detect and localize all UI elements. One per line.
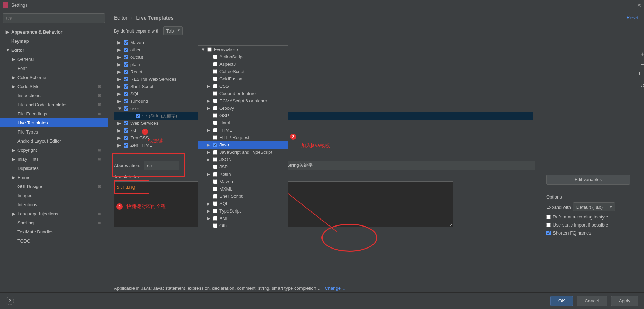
edit-variables-button[interactable]: Edit variables xyxy=(546,175,630,185)
context-item[interactable]: HTTP Request xyxy=(198,134,288,141)
reformat-checkbox[interactable] xyxy=(546,215,551,219)
sidebar-item-textmate-bundles[interactable]: TextMate Bundles xyxy=(0,227,108,236)
context-item[interactable]: ▶Kotlin xyxy=(198,171,288,178)
context-item[interactable]: Cucumber feature xyxy=(198,90,288,97)
sidebar-item-todo[interactable]: TODO xyxy=(0,236,108,245)
context-checkbox[interactable] xyxy=(213,121,217,125)
sidebar-item-code-style[interactable]: ▶Code Style⊞ xyxy=(0,82,108,91)
context-checkbox[interactable] xyxy=(213,84,217,88)
copy-button[interactable]: ⿻ xyxy=(638,71,644,80)
template-item[interactable]: ▶surround xyxy=(114,98,533,105)
context-checkbox[interactable] xyxy=(213,187,217,191)
add-button[interactable]: + xyxy=(638,50,644,59)
search-input[interactable] xyxy=(3,13,105,23)
reset-link[interactable]: Reset xyxy=(627,15,638,20)
context-item[interactable]: ▶XML xyxy=(198,215,288,222)
template-checkbox[interactable] xyxy=(124,62,128,67)
remove-button[interactable]: − xyxy=(638,60,644,69)
context-item[interactable]: MXML xyxy=(198,185,288,193)
sidebar-item-emmet[interactable]: ▶Emmet xyxy=(0,173,108,182)
template-checkbox[interactable] xyxy=(124,48,128,52)
context-checkbox[interactable] xyxy=(213,106,217,110)
context-item[interactable]: CoffeeScript xyxy=(198,68,288,75)
sidebar-item-duplicates[interactable]: Duplicates xyxy=(0,164,108,173)
context-checkbox[interactable] xyxy=(213,172,217,177)
context-item[interactable]: ColdFusion xyxy=(198,75,288,82)
template-checkbox[interactable] xyxy=(124,77,128,81)
sidebar-item-spelling[interactable]: Spelling⊞ xyxy=(0,218,108,227)
context-item[interactable]: ▶Groovy xyxy=(198,105,288,112)
sidebar-item-file-and-code-templates[interactable]: File and Code Templates⊞ xyxy=(0,100,108,109)
ok-button[interactable]: OK xyxy=(550,296,573,306)
sidebar-item-images[interactable]: Images xyxy=(0,191,108,200)
template-checkbox[interactable] xyxy=(124,84,128,89)
template-checkbox[interactable] xyxy=(124,55,128,59)
template-checkbox[interactable] xyxy=(124,136,128,140)
sidebar-item-keymap[interactable]: Keymap xyxy=(0,36,108,45)
default-expand-select[interactable]: Tab xyxy=(163,26,183,35)
template-checkbox[interactable] xyxy=(124,121,128,125)
sidebar-item-general[interactable]: ▶General xyxy=(0,55,108,64)
popup-root[interactable]: ▼ Everywhere xyxy=(198,46,288,53)
context-checkbox[interactable] xyxy=(213,113,217,118)
context-checkbox[interactable] xyxy=(213,157,217,162)
sidebar-item-gui-designer[interactable]: GUI Designer⊞ xyxy=(0,182,108,191)
context-checkbox[interactable] xyxy=(213,201,217,206)
context-checkbox[interactable] xyxy=(213,216,217,221)
template-checkbox[interactable] xyxy=(124,40,128,45)
context-checkbox[interactable] xyxy=(213,135,217,140)
sidebar-item-color-scheme[interactable]: ▶Color Scheme xyxy=(0,73,108,82)
context-item[interactable]: ▶Java xyxy=(198,141,288,149)
sidebar-item-appearance-behavior[interactable]: ▶Appearance & Behavior xyxy=(0,27,108,36)
context-checkbox[interactable] xyxy=(213,209,217,213)
context-item[interactable]: Haml xyxy=(198,119,288,127)
template-checkbox[interactable] xyxy=(124,106,128,111)
sidebar-item-live-templates[interactable]: Live Templates xyxy=(0,118,108,127)
context-checkbox[interactable] xyxy=(213,69,217,74)
sidebar-item-android-layout-editor[interactable]: Android Layout Editor xyxy=(0,136,108,145)
context-item[interactable]: ▶TypeScript xyxy=(198,207,288,215)
context-checkbox[interactable] xyxy=(213,91,217,96)
context-item[interactable]: ▶CSS xyxy=(198,82,288,90)
template-item[interactable]: ▶plain xyxy=(114,61,533,68)
context-item[interactable]: ▶SQL xyxy=(198,200,288,207)
template-item[interactable]: ▶React xyxy=(114,68,533,76)
context-item[interactable]: ▶JSON xyxy=(198,156,288,163)
sidebar-item-inlay-hints[interactable]: ▶Inlay Hints⊞ xyxy=(0,154,108,164)
sidebar-item-file-encodings[interactable]: File Encodings⊞ xyxy=(0,109,108,118)
template-item[interactable]: ▶xsl xyxy=(114,127,533,134)
sidebar-item-font[interactable]: Font xyxy=(0,64,108,73)
restore-button[interactable]: ↺ xyxy=(638,81,644,90)
template-item[interactable]: ▶SQL xyxy=(114,90,533,98)
context-checkbox[interactable] xyxy=(213,150,217,154)
popup-root-checkbox[interactable] xyxy=(207,47,212,52)
context-checkbox[interactable] xyxy=(213,179,217,184)
expand-with-select[interactable]: Default (Tab) xyxy=(573,202,615,211)
apply-button[interactable]: Apply xyxy=(611,296,638,306)
context-checkbox[interactable] xyxy=(213,55,217,59)
template-item[interactable]: ▶other xyxy=(114,46,533,53)
context-checkbox[interactable] xyxy=(213,223,217,228)
change-link[interactable]: Change ⌄ xyxy=(325,286,346,291)
template-checkbox[interactable] xyxy=(124,128,128,133)
template-checkbox[interactable] xyxy=(124,99,128,103)
context-item[interactable]: ActionScript xyxy=(198,53,288,60)
template-item[interactable]: str(String关键字) xyxy=(114,112,533,120)
context-item[interactable]: GSP xyxy=(198,112,288,119)
description-input[interactable] xyxy=(284,161,535,170)
context-item[interactable]: Shell Script xyxy=(198,193,288,200)
cancel-button[interactable]: Cancel xyxy=(577,296,607,306)
context-popup[interactable]: ▼ Everywhere ActionScriptAspectJCoffeeSc… xyxy=(198,45,288,230)
template-checkbox[interactable] xyxy=(124,92,128,96)
context-item[interactable]: ▶ECMAScript 6 or higher xyxy=(198,97,288,105)
template-checkbox[interactable] xyxy=(136,114,140,118)
template-item[interactable]: ▶Zen CSS xyxy=(114,134,533,142)
shorten-fq-checkbox[interactable] xyxy=(546,231,551,235)
context-item[interactable]: ▶HTML xyxy=(198,127,288,134)
context-item[interactable]: JSP xyxy=(198,163,288,171)
template-item[interactable]: ▶RESTful Web Services xyxy=(114,76,533,83)
context-item[interactable]: Other xyxy=(198,222,288,229)
sidebar-item-copyright[interactable]: ▶Copyright⊞ xyxy=(0,145,108,154)
template-item[interactable]: ▶Maven xyxy=(114,39,533,46)
close-icon[interactable]: ✕ xyxy=(637,2,641,8)
